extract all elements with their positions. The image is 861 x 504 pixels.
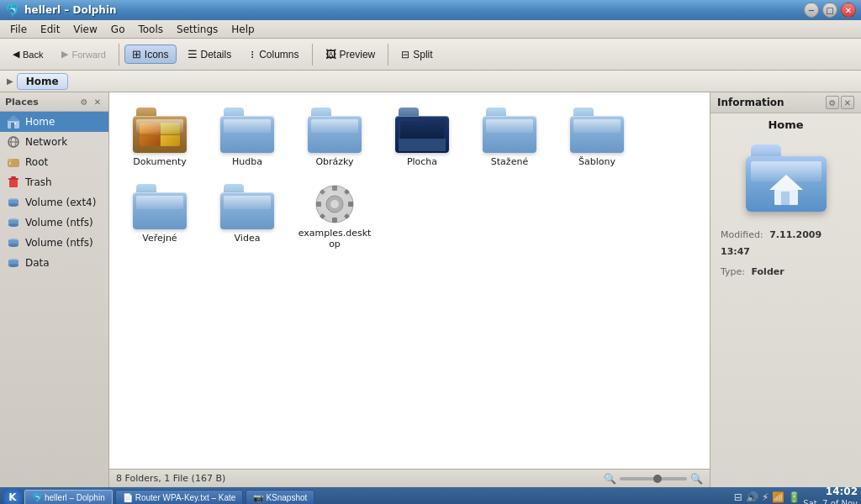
status-text: 8 Folders, 1 File (167 B) [116,473,225,484]
minimize-button[interactable]: − [804,3,819,18]
home-icon [7,115,20,129]
breadcrumb-home[interactable]: Home [17,73,68,90]
file-item-hudba[interactable]: Hudba [205,101,289,174]
close-button[interactable]: ✕ [841,3,856,18]
sidebar-item-volume-ntfs-1[interactable]: Volume (ntfs) [0,213,108,233]
sidebar-item-home[interactable]: Home [0,112,108,132]
tray-icon-1[interactable]: ⊟ [734,491,742,503]
file-label-verejne: Veřejné [142,233,177,244]
icons-view-button[interactable]: ⊞ Icons [124,45,177,64]
sidebar-network-label: Network [25,136,67,148]
svg-marker-1 [7,115,20,121]
folder-dokumenty-icon [133,108,187,153]
menu-edit[interactable]: Edit [34,22,66,37]
toolbar-separator-1 [119,44,119,66]
trash-icon [7,176,20,189]
taskbar: K 🐬 hellerl – Dolphin 📄 Router WPA-Key.t… [0,487,861,504]
svg-rect-10 [9,180,18,187]
preview-button[interactable]: 🖼 Preview [318,45,383,64]
file-item-videa[interactable]: Videa [205,177,289,256]
taskbar-task-kate[interactable]: 📄 Router WPA-Key.txt – Kate [115,490,244,504]
volume-ntfs-1-icon [7,216,20,229]
toolbar: ◀ Back ▶ Forward ⊞ Icons ☰ Details ⫶ Col… [0,39,861,71]
start-button[interactable]: K [3,489,22,504]
info-close-icon[interactable]: ✕ [841,96,854,109]
file-item-sablony[interactable]: Šablony [555,101,639,174]
menu-file[interactable]: File [3,22,34,37]
network-icon [7,135,20,149]
preview-icon: 🖼 [325,48,336,60]
forward-arrow-icon: ▶ [61,49,68,60]
sidebar-item-data[interactable]: Data [0,253,108,273]
file-item-stazene[interactable]: Stažené [467,101,552,174]
details-view-button[interactable]: ☰ Details [180,45,240,64]
file-item-examples[interactable]: examples.desktop [293,177,377,256]
taskbar-task-ksnapshot[interactable]: 📷 KSnapshot [246,490,314,504]
forward-button[interactable]: ▶ Forward [54,45,113,63]
sidebar-item-root[interactable]: Root [0,152,108,172]
columns-view-button[interactable]: ⫶ Columns [242,45,306,64]
tray-battery-icon[interactable]: 🔋 [788,491,800,503]
app-icon: 🐬 [5,3,19,17]
zoom-thumb[interactable] [653,475,662,483]
folder-sablony-icon [570,108,624,153]
sidebar-close-icon[interactable]: ✕ [92,96,103,108]
folder-obrazky-icon [308,108,362,153]
info-panel-icon-area [710,136,861,220]
sidebar-item-network[interactable]: Network [0,132,108,152]
file-item-verejne[interactable]: Veřejné [118,177,202,256]
tray-bluetooth-icon[interactable]: ⚡ [762,491,769,503]
taskbar-clock: 14:02 Sat, 7 of Nov [803,486,858,504]
menu-go[interactable]: Go [104,22,132,37]
svg-rect-2 [11,123,14,129]
svg-point-3 [14,123,16,124]
svg-rect-8 [8,159,12,161]
desktop-file-icon [314,184,355,224]
sidebar-item-trash[interactable]: Trash [0,172,108,192]
zoom-out-icon[interactable]: 🔍 [604,473,616,485]
svg-rect-11 [8,178,18,180]
zoom-slider[interactable] [620,477,687,480]
info-modified-label: Modified: [721,229,763,240]
window-title: hellerl – Dolphin [24,4,117,16]
tray-icon-3[interactable]: 📶 [772,491,784,503]
menu-help[interactable]: Help [224,22,261,37]
back-button[interactable]: ◀ Back [5,45,50,63]
sidebar: Places ⚙ ✕ Home Network [0,92,109,487]
sidebar-item-volume-ext4[interactable]: Volume (ext4) [0,192,108,213]
file-area: Dokumenty Hudba [109,92,710,469]
taskbar-tray: ⊟ 🔊 ⚡ 📶 🔋 [734,491,801,503]
file-item-plocha[interactable]: Plocha [380,101,464,174]
volume-ext4-icon [7,196,20,209]
locationbar: ▶ Home [0,71,861,92]
svg-point-21 [8,244,18,247]
sidebar-volume-ntfs-1-label: Volume (ntfs) [25,217,93,228]
info-settings-icon[interactable]: ⚙ [826,96,839,109]
taskbar-task-dolphin[interactable]: 🐬 hellerl – Dolphin [24,490,113,504]
info-panel-selected-name: Home [710,113,861,136]
icons-view-icon: ⊞ [132,48,141,60]
svg-point-15 [8,203,18,207]
sidebar-header: Places ⚙ ✕ [0,92,108,112]
info-panel-title: Information [717,97,784,108]
sidebar-item-volume-ntfs-2[interactable]: Volume (ntfs) [0,233,108,253]
svg-rect-40 [781,192,790,205]
file-label-obrazky: Obrázky [315,156,353,167]
svg-marker-38 [769,175,803,190]
file-item-obrazky[interactable]: Obrázky [293,101,377,174]
menu-view[interactable]: View [66,22,103,37]
sidebar-header-controls: ⚙ ✕ [78,96,103,108]
zoom-in-icon[interactable]: 🔍 [690,473,703,485]
file-area-wrapper: Dokumenty Hudba [109,92,710,487]
folder-hudba-icon [220,108,274,153]
tray-icon-2[interactable]: 🔊 [746,491,758,503]
maximize-button[interactable]: □ [822,3,837,18]
sidebar-settings-icon[interactable]: ⚙ [78,96,90,108]
file-label-videa: Videa [235,233,261,244]
file-label-hudba: Hudba [232,156,262,167]
menu-settings[interactable]: Settings [170,22,224,37]
back-arrow-icon: ◀ [13,49,19,60]
split-button[interactable]: ⊟ Split [394,45,440,64]
file-item-dokumenty[interactable]: Dokumenty [118,101,202,174]
menu-tools[interactable]: Tools [131,22,170,37]
